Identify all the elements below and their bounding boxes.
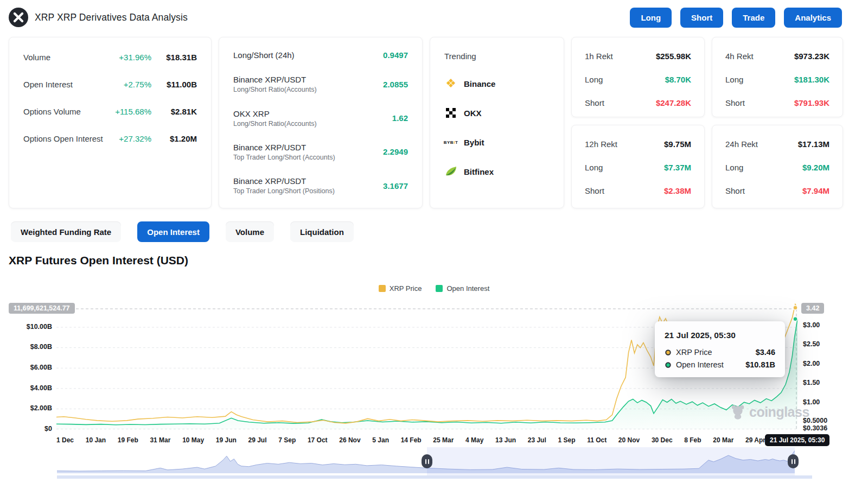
tooltip-value: $3.46: [756, 348, 775, 357]
tab-liquidation[interactable]: Liquidation: [290, 221, 354, 242]
chart-tabs: Weighted Funding Rate Open Interest Volu…: [11, 221, 354, 242]
rekt-short-label: Short: [585, 98, 656, 107]
stats-cards-row: Volume+31.96%$18.31B Open Interest+2.75%…: [9, 37, 840, 208]
x-tick: 8 Feb: [684, 436, 701, 444]
rekt-short-label: Short: [725, 98, 794, 107]
y-axis-label-left: $6.00B: [3, 364, 52, 371]
x-tick: 10 Jan: [86, 436, 106, 444]
rekt-long-value: $8.70K: [665, 75, 691, 84]
rekt-title: 12h Rekt: [585, 139, 664, 149]
trending-item-okx[interactable]: OKX: [444, 106, 550, 119]
tooltip-row-open-interest: Open Interest $10.81B: [665, 360, 775, 369]
trending-item-bybit[interactable]: BYBIT Bybit: [444, 136, 550, 149]
page-title: XRP XRP Derivatives Data Analysis: [35, 12, 188, 23]
legend-swatch-icon: [379, 285, 386, 292]
tooltip-label: Open Interest: [676, 360, 724, 369]
y-axis-label-right: $0.3036: [803, 424, 846, 432]
range-navigator[interactable]: [57, 447, 795, 475]
tab-volume[interactable]: Volume: [226, 221, 274, 242]
rekt-1h-card: 1h Rekt$255.98K Long$8.70K Short$247.28K: [571, 37, 705, 117]
tooltip-oi-dot-icon: [665, 361, 672, 369]
ratio-row: OKX XRPLong/Short Ratio(Accounts)1.62: [233, 109, 408, 128]
x-tick: 10 May: [182, 436, 204, 444]
legend-label: Open Interest: [446, 284, 489, 293]
navigator-track[interactable]: [57, 475, 812, 479]
y-axis-label-left: $0: [3, 425, 52, 433]
bitfinex-icon: [444, 165, 457, 178]
ratio-value: 3.1677: [383, 181, 408, 190]
x-tick: 17 Oct: [308, 436, 328, 444]
rekt-title: 1h Rekt: [585, 52, 656, 61]
rekt-short-label: Short: [725, 186, 802, 195]
x-tick: 1 Dec: [56, 436, 74, 444]
x-tick: 25 Mar: [433, 436, 454, 444]
y-axis-label-left: $4.00B: [3, 384, 52, 392]
header: XRP XRP Derivatives Data Analysis Long S…: [0, 0, 868, 35]
y-axis-label-left: $8.00B: [3, 343, 52, 351]
navigator-right-handle[interactable]: [788, 454, 799, 468]
trade-button[interactable]: Trade: [732, 8, 775, 28]
price-end-dot: [793, 306, 797, 310]
legend-item-xrp-price[interactable]: XRP Price: [379, 284, 422, 293]
x-tick: 20 Nov: [618, 436, 640, 444]
y-axis-label-right: $1.00: [803, 398, 846, 406]
y-axis-label-right: $1.50: [803, 379, 846, 386]
y-axis-label-right: $3.00: [803, 321, 846, 329]
stat-change: +115.68%: [105, 107, 151, 116]
stat-label: Volume: [23, 53, 105, 62]
tooltip-row-price: XRP Price $3.46: [665, 348, 775, 357]
rekt-4h-card: 4h Rekt$973.23K Long$181.30K Short$791.9…: [712, 37, 843, 117]
trending-item-label: Binance: [464, 79, 495, 88]
ratio-sublabel: Long/Short Ratio(Accounts): [233, 86, 383, 93]
trending-title: Trending: [444, 52, 550, 61]
x-tick: 30 Dec: [652, 436, 673, 444]
tab-weighted-funding-rate[interactable]: Weighted Funding Rate: [11, 221, 121, 242]
stat-row: Options Volume+115.68%$2.81K: [23, 107, 197, 116]
rekt-long-label: Long: [585, 163, 664, 172]
ratio-label: OKX XRP: [233, 109, 392, 118]
rekt-short-value: $247.28K: [656, 98, 691, 107]
page: XRP XRP Derivatives Data Analysis Long S…: [0, 0, 868, 489]
rekt-short-value: $7.94M: [802, 186, 829, 195]
x-tick: 26 Nov: [339, 436, 360, 444]
rekt-total: $17.13M: [798, 139, 829, 149]
stat-value: $2.81K: [151, 107, 197, 116]
open-interest-end-dot: [793, 317, 797, 321]
ratio-sublabel: Long/Short Ratio(Accounts): [233, 120, 392, 128]
header-actions: Long Short Trade Analytics: [630, 8, 859, 28]
legend-item-open-interest[interactable]: Open Interest: [436, 284, 489, 293]
navigator-selected-range[interactable]: [427, 447, 795, 475]
ratio-label: Binance XRP/USDT: [233, 75, 383, 84]
x-tick: 20 Mar: [713, 436, 733, 444]
stat-value: $18.31B: [151, 53, 197, 62]
rekt-24h-card: 24h Rekt$17.13M Long$9.20M Short$7.94M: [712, 125, 843, 208]
x-tick: 19 Jun: [216, 436, 237, 444]
binance-icon: ❖: [444, 77, 457, 90]
coinglass-watermark: coinglass: [730, 404, 809, 420]
x-tick: 1 Sep: [558, 436, 575, 444]
bybit-icon: BYBIT: [444, 136, 457, 149]
rekt-long-label: Long: [585, 75, 665, 84]
rekt-total: $973.23K: [794, 52, 829, 61]
rekt-long-value: $181.30K: [794, 75, 829, 84]
short-button[interactable]: Short: [680, 8, 723, 28]
navigator-left-handle[interactable]: [422, 454, 432, 468]
trending-card: Trending ❖ Binance OKX BYBIT Bybit Bitfi…: [430, 37, 564, 208]
long-button[interactable]: Long: [630, 8, 672, 28]
trending-item-bitfinex[interactable]: Bitfinex: [444, 165, 550, 178]
coinglass-bear-icon: [730, 404, 746, 420]
rekt-short-value: $791.93K: [794, 98, 829, 107]
stat-label: Options Volume: [23, 107, 105, 116]
tab-open-interest[interactable]: Open Interest: [137, 221, 209, 242]
rekt-long-label: Long: [725, 163, 802, 172]
ratio-row: Long/Short (24h)0.9497: [233, 50, 408, 60]
trending-item-binance[interactable]: ❖ Binance: [444, 77, 550, 90]
chart-title: XRP Futures Open Interest (USD): [9, 254, 188, 267]
stat-label: Open Interest: [23, 80, 105, 89]
stat-value: $1.20M: [151, 134, 197, 143]
trending-item-label: Bitfinex: [464, 167, 494, 176]
ratio-label: Binance XRP/USDT: [233, 176, 383, 186]
ratio-label: Binance XRP/USDT: [233, 143, 383, 152]
analytics-button[interactable]: Analytics: [784, 8, 842, 28]
stat-change: +31.96%: [105, 53, 151, 62]
